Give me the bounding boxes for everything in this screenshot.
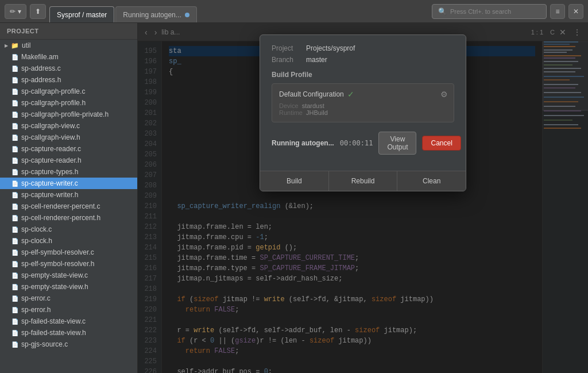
profile-device-value: stardust <box>302 102 324 109</box>
tab-running-label: Running autogen... <box>123 11 181 19</box>
sidebar-item-label: sp-cell-renderer-percent.c <box>21 202 100 210</box>
file-icon: 📄 <box>11 123 18 129</box>
file-icon: 📄 <box>11 146 18 152</box>
popup-build-profile-title: Build Profile <box>272 71 454 79</box>
folder-icon: 📁 <box>11 42 19 49</box>
sidebar-item-sp-capture-types-h[interactable]: 📄 sp-capture-types.h <box>0 166 137 178</box>
file-icon: 📄 <box>11 169 18 175</box>
search-icon: 🔍 <box>438 7 447 16</box>
file-icon: 📄 <box>11 272 18 279</box>
sidebar-item-sp-address-h[interactable]: 📄 sp-address.h <box>0 74 137 86</box>
file-icon: 📄 <box>11 238 18 244</box>
edit-icon: ✏ <box>10 7 16 16</box>
file-icon: 📄 <box>11 330 18 336</box>
build-button[interactable]: Build <box>260 171 329 191</box>
sidebar-item-sp-error-h[interactable]: 📄 sp-error.h <box>0 304 137 316</box>
file-icon: 📄 <box>11 341 18 348</box>
file-icon: 📄 <box>11 54 18 60</box>
sidebar-item-makefile[interactable]: 📄 Makefile.am <box>0 51 137 63</box>
clean-button[interactable]: Clean <box>397 171 466 191</box>
sidebar-item-sp-address-c[interactable]: 📄 sp-address.c <box>0 63 137 74</box>
profile-gear-icon[interactable]: ⚙ <box>440 90 448 99</box>
popup-project-value: Projects/sysprof <box>306 44 355 52</box>
sidebar-item-label: sp-callgraph-view.h <box>21 133 80 141</box>
sidebar-item-label: sp-elf-symbol-resolver.h <box>21 260 94 268</box>
file-icon: 📄 <box>11 89 18 95</box>
sidebar-item-sp-cell-renderer-percent-h[interactable]: 📄 sp-cell-renderer-percent.h <box>0 212 137 224</box>
sidebar-item-sp-clock-h[interactable]: 📄 sp-clock.h <box>0 235 137 247</box>
profile-name-row: Default Configuration ✓ <box>279 90 447 99</box>
sidebar-item-util[interactable]: ▶ 📁 util <box>0 40 137 51</box>
main-area: Project ▶ 📁 util 📄 Makefile.am 📄 sp-addr… <box>0 23 588 373</box>
sidebar-item-sp-elf-symbol-resolver-h[interactable]: 📄 sp-elf-symbol-resolver.h <box>0 258 137 270</box>
menu-button[interactable]: ≡ <box>550 4 565 19</box>
sidebar-item-label: sp-error.c <box>21 294 51 302</box>
profile-runtime-label: Runtime <box>279 109 303 116</box>
file-icon: 📄 <box>11 157 18 164</box>
sidebar-item-sp-empty-state-view-h[interactable]: 📄 sp-empty-state-view.h <box>0 281 137 293</box>
close-button[interactable]: ✕ <box>568 4 583 19</box>
sidebar-item-label: sp-callgraph-profile-private.h <box>21 110 109 118</box>
cancel-button[interactable]: Cancel <box>422 136 461 151</box>
sidebar-header: Project <box>0 23 137 40</box>
build-popup: Project Projects/sysprof Branch master B… <box>260 34 466 191</box>
file-icon: 📄 <box>11 203 18 210</box>
file-icon: 📄 <box>11 226 18 233</box>
sidebar-item-label: util <box>22 41 30 49</box>
popup-project-label: Project <box>272 44 306 52</box>
save-button[interactable]: ⬆ <box>30 4 46 19</box>
sidebar-item-label: sp-elf-symbol-resolver.c <box>21 248 94 256</box>
running-row: Running autogen... 00:00:11 View Output … <box>272 132 454 155</box>
sidebar-item-label: sp-capture-reader.h <box>21 156 82 164</box>
sidebar-item-sp-capture-reader-c[interactable]: 📄 sp-capture-reader.c <box>0 143 137 155</box>
view-output-button[interactable]: View Output <box>378 132 416 155</box>
tab-running-autogen[interactable]: Running autogen... <box>115 6 196 22</box>
sidebar-item-label: sp-capture-types.h <box>21 168 78 176</box>
sidebar-item-sp-clock-c[interactable]: 📄 sp-clock.c <box>0 224 137 235</box>
sidebar-item-sp-callgraph-view-c[interactable]: 📄 sp-callgraph-view.c <box>0 120 137 132</box>
sidebar-item-sp-error-c[interactable]: 📄 sp-error.c <box>0 293 137 304</box>
sidebar-item-label: sp-capture-writer.c <box>21 179 78 187</box>
sidebar-item-sp-empty-state-view-c[interactable]: 📄 sp-empty-state-view.c <box>0 270 137 281</box>
tab-sysprof[interactable]: Sysprof / master <box>49 6 114 22</box>
save-icon: ⬆ <box>35 7 41 16</box>
sidebar-item-sp-gjs-source-c[interactable]: 📄 sp-gjs-source.c <box>0 339 137 350</box>
sidebar-item-label: sp-cell-renderer-percent.h <box>21 214 100 222</box>
build-profile-box: Default Configuration ✓ ⚙ Device stardus… <box>272 83 454 122</box>
sidebar-item-label: sp-empty-state-view.h <box>21 283 88 291</box>
sidebar-item-sp-callgraph-profile-private-h[interactable]: 📄 sp-callgraph-profile-private.h <box>0 109 137 120</box>
sidebar-item-sp-failed-state-view-h[interactable]: 📄 sp-failed-state-view.h <box>0 327 137 339</box>
sidebar-item-sp-callgraph-profile-c[interactable]: 📄 sp-callgraph-profile.c <box>0 86 137 97</box>
profile-runtime-value: JHBuild <box>306 109 328 116</box>
profile-name-label: Default Configuration <box>279 90 344 98</box>
tab-area: Sysprof / master Running autogen... <box>49 0 428 22</box>
sidebar-item-label: sp-address.c <box>21 64 61 72</box>
sidebar-item-sp-failed-state-view-c[interactable]: 📄 sp-failed-state-view.c <box>0 316 137 327</box>
file-icon: 📄 <box>11 66 18 72</box>
rebuild-button[interactable]: Rebuild <box>329 171 398 191</box>
sidebar-item-label: sp-empty-state-view.c <box>21 271 88 279</box>
sidebar-list: ▶ 📁 util 📄 Makefile.am 📄 sp-address.c 📄 … <box>0 40 137 373</box>
sidebar-item-label: sp-clock.c <box>21 225 52 233</box>
sidebar-item-sp-cell-renderer-percent-c[interactable]: 📄 sp-cell-renderer-percent.c <box>0 201 137 212</box>
sidebar-item-sp-capture-writer-c[interactable]: 📄 sp-capture-writer.c <box>0 178 137 189</box>
sidebar-item-label: sp-failed-state-view.h <box>21 329 86 337</box>
profile-details: Device stardust <box>279 102 447 109</box>
edit-button[interactable]: ✏ ▾ <box>5 4 26 19</box>
sidebar-item-sp-capture-writer-h[interactable]: 📄 sp-capture-writer.h <box>0 189 137 201</box>
file-icon: 📄 <box>11 249 18 256</box>
tab-running-indicator <box>185 13 189 17</box>
search-box[interactable]: 🔍 Press Ctrl+. to search <box>432 4 547 19</box>
profile-check-icon: ✓ <box>347 90 354 99</box>
file-icon: 📄 <box>11 307 18 313</box>
titlebar: ✏ ▾ ⬆ Sysprof / master Running autogen..… <box>0 0 588 23</box>
sidebar-item-sp-callgraph-profile-h[interactable]: 📄 sp-callgraph-profile.h <box>0 97 137 109</box>
running-time: 00:00:11 <box>340 139 373 147</box>
sidebar-item-label: sp-gjs-source.c <box>21 340 68 348</box>
file-icon: 📄 <box>11 180 18 187</box>
sidebar-item-sp-capture-reader-h[interactable]: 📄 sp-capture-reader.h <box>0 155 137 166</box>
sidebar-item-sp-callgraph-view-h[interactable]: 📄 sp-callgraph-view.h <box>0 132 137 143</box>
sidebar-item-sp-elf-symbol-resolver-c[interactable]: 📄 sp-elf-symbol-resolver.c <box>0 247 137 258</box>
popup-body: Project Projects/sysprof Branch master B… <box>260 35 466 171</box>
file-icon: 📄 <box>11 261 18 267</box>
